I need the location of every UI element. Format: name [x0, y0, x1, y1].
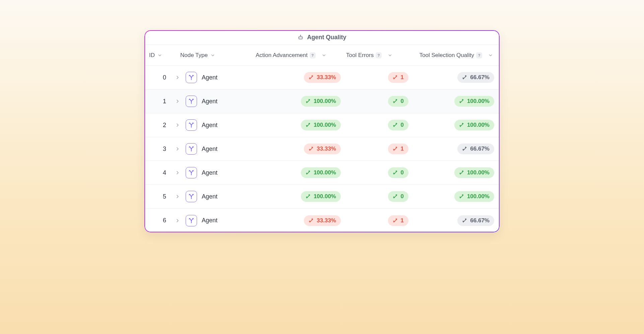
tool-selection-quality-value: 100.00%	[467, 169, 490, 176]
cell-tool-selection-quality: 66.67%	[412, 215, 500, 226]
cell-action-advancement: 100.00%	[255, 120, 345, 130]
tool-errors-value: 1	[401, 217, 404, 224]
help-icon[interactable]: ?	[310, 52, 316, 58]
col-header-node-type[interactable]: Node Type	[173, 52, 255, 59]
wand-icon	[459, 122, 464, 128]
tool-selection-quality-value: 66.67%	[470, 146, 490, 152]
wand-icon	[393, 146, 398, 152]
action-advancement-pill: 33.33%	[304, 215, 341, 226]
tool-selection-quality-value: 100.00%	[467, 193, 490, 200]
svg-point-4	[301, 35, 301, 36]
expand-row-icon[interactable]	[174, 122, 181, 128]
table-row[interactable]: 2 Agent 100.00% 0 100.00%	[144, 113, 500, 137]
cell-action-advancement: 33.33%	[255, 144, 345, 154]
table-row[interactable]: 1 Agent 100.00% 0 100.00%	[144, 90, 500, 113]
wand-icon	[306, 194, 311, 199]
cell-id: 5	[144, 193, 173, 200]
expand-row-icon[interactable]	[174, 217, 181, 224]
wand-icon	[393, 218, 398, 223]
chevron-down-icon[interactable]	[157, 52, 163, 58]
cell-tool-errors: 0	[345, 120, 412, 130]
col-label: Action Advancement	[256, 52, 308, 59]
action-advancement-value: 100.00%	[314, 98, 336, 105]
tool-errors-pill: 0	[388, 191, 408, 202]
cell-node-type: Agent	[173, 167, 255, 178]
expand-row-icon[interactable]	[174, 193, 181, 200]
cell-id: 2	[144, 122, 173, 129]
table-row[interactable]: 3 Agent 33.33% 1 66.67%	[144, 137, 500, 161]
cell-tool-errors: 0	[345, 167, 412, 178]
agent-quality-card: Agent Quality ID Node Type Action Advanc…	[144, 30, 500, 232]
tool-errors-value: 0	[401, 98, 404, 105]
cell-tool-errors: 0	[345, 96, 412, 107]
node-type-label: Agent	[202, 217, 217, 224]
table-body: 0 Agent 33.33% 1 66.67% 1 Agent	[144, 66, 500, 232]
tool-selection-quality-pill: 100.00%	[454, 96, 494, 107]
table-header: ID Node Type Action Advancement ? Tool E…	[144, 45, 500, 66]
col-header-action-advancement[interactable]: Action Advancement ?	[255, 52, 345, 59]
cell-id: 0	[144, 74, 173, 81]
chevron-down-icon[interactable]	[210, 52, 216, 58]
col-header-id[interactable]: ID	[144, 52, 173, 59]
chevron-down-icon[interactable]	[387, 52, 393, 58]
table-row[interactable]: 0 Agent 33.33% 1 66.67%	[144, 66, 500, 90]
wand-icon	[393, 170, 398, 175]
wand-icon	[459, 99, 464, 104]
table-row[interactable]: 4 Agent 100.00% 0 100.00%	[144, 161, 500, 185]
tool-selection-quality-value: 66.67%	[470, 74, 490, 81]
help-icon[interactable]: ?	[476, 52, 482, 58]
table-row[interactable]: 5 Agent 100.00% 0 100.00%	[144, 185, 500, 209]
cell-tool-selection-quality: 100.00%	[412, 120, 500, 130]
node-type-label: Agent	[202, 146, 217, 153]
tool-selection-quality-pill: 100.00%	[454, 120, 494, 130]
cell-tool-errors: 1	[345, 144, 412, 154]
branch-icon	[186, 167, 197, 178]
cell-tool-errors: 0	[345, 191, 412, 202]
wand-icon	[393, 75, 398, 80]
wand-icon	[309, 75, 314, 80]
tool-errors-pill: 0	[388, 167, 408, 178]
action-advancement-value: 100.00%	[314, 122, 336, 128]
action-advancement-pill: 100.00%	[301, 191, 341, 202]
cell-id: 3	[144, 146, 173, 153]
action-advancement-value: 33.33%	[317, 217, 336, 224]
branch-icon	[186, 143, 197, 155]
svg-point-1	[300, 37, 300, 38]
wand-icon	[462, 75, 467, 80]
action-advancement-value: 100.00%	[314, 193, 336, 200]
chevron-down-icon[interactable]	[321, 52, 327, 58]
help-icon[interactable]: ?	[376, 52, 382, 58]
col-label: Node Type	[180, 52, 208, 59]
cell-node-type: Agent	[173, 215, 255, 226]
tool-errors-value: 0	[401, 122, 404, 128]
action-advancement-pill: 100.00%	[301, 167, 341, 178]
tool-errors-pill: 0	[388, 96, 408, 107]
expand-row-icon[interactable]	[174, 169, 181, 176]
action-advancement-pill: 100.00%	[301, 96, 341, 107]
wand-icon	[462, 218, 467, 223]
action-advancement-pill: 33.33%	[304, 144, 341, 154]
tool-selection-quality-value: 100.00%	[467, 98, 490, 105]
wand-icon	[309, 146, 314, 152]
chevron-down-icon[interactable]	[488, 52, 494, 58]
cell-tool-selection-quality: 100.00%	[412, 167, 500, 178]
tool-selection-quality-pill: 66.67%	[457, 215, 494, 226]
col-header-tool-selection-quality[interactable]: Tool Selection Quality ?	[412, 52, 500, 59]
expand-row-icon[interactable]	[174, 98, 181, 105]
branch-icon	[186, 191, 197, 202]
col-header-tool-errors[interactable]: Tool Errors ?	[345, 52, 412, 59]
wand-icon	[393, 99, 398, 104]
wand-icon	[306, 170, 311, 175]
wand-icon	[462, 146, 467, 152]
wand-icon	[306, 122, 311, 128]
tool-errors-pill: 1	[388, 72, 408, 83]
action-advancement-value: 33.33%	[317, 146, 336, 152]
node-type-label: Agent	[202, 169, 217, 176]
expand-row-icon[interactable]	[174, 74, 181, 81]
tool-errors-pill: 0	[388, 120, 408, 130]
expand-row-icon[interactable]	[174, 146, 181, 152]
tool-selection-quality-pill: 100.00%	[454, 191, 494, 202]
action-advancement-pill: 33.33%	[304, 72, 341, 83]
cell-node-type: Agent	[173, 96, 255, 107]
table-row[interactable]: 6 Agent 33.33% 1 66.67%	[144, 209, 500, 232]
